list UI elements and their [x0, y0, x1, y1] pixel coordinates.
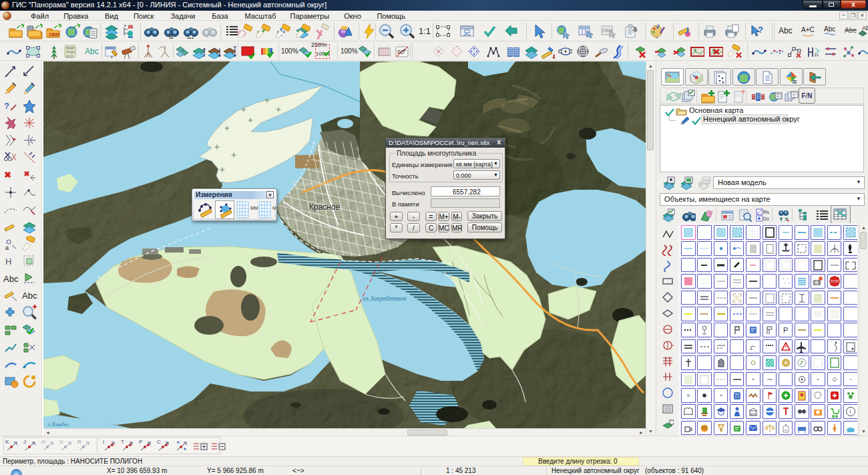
- svg-text:i: i: [850, 409, 851, 415]
- svg-text:Тельвисочный: Тельвисочный: [292, 180, 332, 187]
- svg-text:a: a: [5, 245, 9, 251]
- svg-text:H: H: [815, 52, 819, 58]
- svg-text:A+C: A+C: [801, 26, 815, 33]
- svg-text:?: ?: [758, 25, 763, 35]
- svg-text:DBM: DBM: [49, 32, 59, 37]
- svg-text:...: ...: [187, 31, 194, 39]
- svg-text:RSC: RSC: [703, 178, 711, 182]
- svg-text:+: +: [124, 23, 127, 29]
- svg-text:...: ...: [206, 33, 210, 39]
- svg-text:STOP: STOP: [831, 280, 839, 283]
- svg-text:a: a: [169, 32, 174, 39]
- svg-text:оз.Захребетное: оз.Захребетное: [363, 295, 407, 302]
- svg-text:Abc: Abc: [824, 25, 835, 33]
- svg-text:Dot: Dot: [763, 216, 769, 221]
- svg-text:H: H: [5, 257, 11, 267]
- svg-text:Riv: Riv: [763, 210, 769, 214]
- svg-text:Abc: Abc: [3, 274, 19, 284]
- svg-text:ICO: ICO: [66, 54, 73, 58]
- svg-text:Abc: Abc: [22, 291, 37, 301]
- svg-text:?: ?: [4, 101, 9, 111]
- svg-text:P: P: [783, 326, 788, 334]
- svg-text:Красное: Красное: [309, 202, 341, 212]
- svg-text:Abc: Abc: [85, 47, 99, 56]
- svg-text:л.Хиндю.: л.Хиндю.: [47, 421, 70, 428]
- svg-text:Abc: Abc: [862, 25, 868, 31]
- svg-text:a: a: [633, 25, 638, 33]
- svg-text:Abc: Abc: [779, 26, 793, 35]
